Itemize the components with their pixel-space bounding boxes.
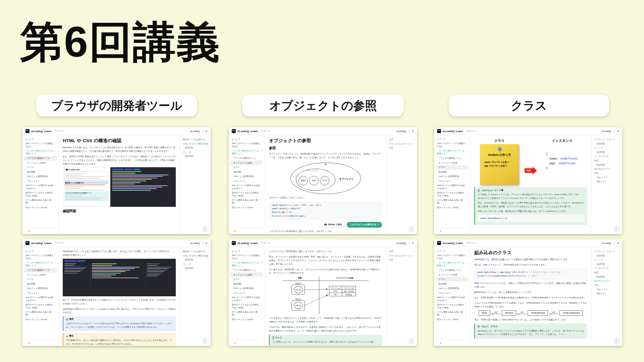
sidebar-item[interactable]: Web プログラミングの基礎を学ぼう› <box>436 253 468 261</box>
toc-item[interactable]: 組み込みのクラス <box>594 168 621 170</box>
sidebar-item[interactable]: 旧カリキュラム (2020)› <box>230 317 263 322</box>
sidebar-item[interactable]: 無名関数 <box>24 170 57 174</box>
sidebar-item[interactable]: Web サーバーが動作する仕組みを知ろう› <box>436 295 468 303</box>
toc-item[interactable]: 確認問題 <box>183 267 209 269</box>
nav-link-text[interactable]: テキスト <box>261 129 271 133</box>
sidebar-item[interactable]: CSS による配置(発展) <box>24 174 57 179</box>
sidebar-item[interactable]: Web サーバーが動作する仕組みを知ろう› <box>24 183 57 191</box>
sidebar-item[interactable]: ブラウザの開発者ツール <box>436 268 468 273</box>
sidebar-item[interactable]: ブラウザで動作するアプリを構築しよう› <box>436 148 468 156</box>
scroll-to-top-button[interactable]: › <box>614 338 620 343</box>
sidebar-collapse-button[interactable]: « <box>436 340 468 346</box>
sidebar-item[interactable]: プロジェクト <box>24 291 57 295</box>
header-site-link[interactable]: ut.code(); <box>396 242 407 244</box>
sidebar-item[interactable]: 旧カリキュラム (2020)› <box>24 205 57 210</box>
theme-toggle-icon[interactable]: ☀ <box>617 242 619 245</box>
sidebar-item[interactable]: チーム開発を始める前に(発展)› <box>24 198 57 205</box>
header-site-link[interactable]: ut.code(); <box>602 130 612 132</box>
sidebar-item[interactable]: Web プログラミングの基礎を学ぼう› <box>24 253 57 261</box>
sidebar-item[interactable]: 現代のアプリを支える技術を学ぼう(発展)› <box>24 191 57 198</box>
sidebar-item[interactable]: ブラウザで動作するアプリを構築しよう› <box>436 260 468 268</box>
sidebar-item[interactable]: CSS による配置(発展) <box>436 286 468 291</box>
sidebar-item[interactable]: クラス <box>436 277 468 282</box>
sidebar-item[interactable]: Web サーバーが動作する仕組みを知ろう› <box>230 183 263 191</box>
scroll-to-top-button[interactable]: › <box>409 338 414 343</box>
sidebar-item[interactable]: 現代のアプリを支える技術を学ぼう(発展)› <box>230 191 263 198</box>
sidebar-item[interactable]: 無名関数 <box>436 282 468 286</box>
toc-item[interactable]: 演習 <box>594 172 621 175</box>
sidebar-item[interactable]: Web プログラミングの基礎を学ぼう› <box>230 253 263 261</box>
header-site-link[interactable]: ut.code(); <box>602 242 612 244</box>
header-site-link[interactable]: ut.code(); <box>190 130 200 132</box>
toc-item[interactable]: クラスとインスタンス <box>594 250 621 253</box>
sidebar-item[interactable]: オブジェクトの参照 <box>230 161 263 165</box>
header-site-link[interactable]: ut.code(); <box>396 130 407 132</box>
sidebar-item[interactable]: CSS による配置(発展) <box>24 286 57 291</box>
sidebar-item[interactable]: クラス <box>24 277 57 282</box>
toc-item[interactable]: HTML や CSS の構造の確認 <box>183 254 209 257</box>
nav-link-text[interactable]: テキスト <box>466 129 476 133</box>
sidebar-item[interactable]: ブラウザで動作するアプリを構築しよう› <box>24 148 57 156</box>
sidebar-item[interactable]: ようこそ <box>436 249 468 253</box>
sidebar-item[interactable]: 旧カリキュラム (2020)› <box>436 317 468 322</box>
sidebar-item[interactable]: ようこそ <box>24 249 57 253</box>
toc-item[interactable]: 確認問題 <box>594 263 621 265</box>
sidebar-collapse-button[interactable]: « <box>230 228 263 234</box>
scroll-to-top-button[interactable]: › <box>409 226 414 231</box>
sidebar-item[interactable]: 無名関数 <box>436 170 468 174</box>
sidebar-item[interactable]: ブラウザの開発者ツール <box>24 268 57 273</box>
sidebar-collapse-button[interactable]: « <box>230 340 263 346</box>
toc-item[interactable]: 組み込みのクラス <box>594 280 621 282</box>
sidebar-item[interactable]: オブジェクトの参照 <box>230 273 263 277</box>
scroll-to-top-button[interactable]: › <box>202 338 208 343</box>
sidebar-item[interactable]: オブジェクトの参照 <box>24 273 57 277</box>
github-button[interactable]: GitHub で表示 <box>321 222 345 228</box>
sidebar-item[interactable]: 旧カリキュラム (2020)› <box>24 317 57 322</box>
toc-item[interactable]: ネストされたオブジェクト <box>389 254 415 257</box>
sidebar-item[interactable]: オブジェクトの参照 <box>436 273 468 277</box>
toc-item[interactable]: 図形クラス <box>594 292 621 295</box>
toc-item[interactable]: 継承 <box>594 159 621 162</box>
toc-item[interactable]: Date クラス <box>594 176 621 179</box>
sidebar-item[interactable]: 現代のアプリを支える技術を学ぼう(発展)› <box>436 191 468 198</box>
toc-item[interactable]: Date クラス <box>594 288 621 291</box>
nav-link-text[interactable]: テキスト <box>55 129 64 133</box>
sidebar-item[interactable]: クラス <box>436 165 468 170</box>
toc-item[interactable]: デバッガ <box>183 151 209 154</box>
toc-item[interactable]: 開発者ツールを起動する <box>183 250 209 253</box>
sidebar-item[interactable]: プロジェクト <box>230 291 263 295</box>
sidebar-item[interactable]: プロジェクト <box>230 179 263 183</box>
sidebar-item[interactable]: Web サーバーが動作する仕組みを知ろう› <box>230 295 263 303</box>
sidebar-collapse-button[interactable]: « <box>436 228 468 234</box>
sidebar-item[interactable]: Web プログラミングの基礎を学ぼう› <box>230 141 263 149</box>
toc-item[interactable]: 参照 <box>389 138 415 141</box>
sidebar-item[interactable]: クラス <box>24 165 57 170</box>
toc-item[interactable]: 図形クラス <box>594 180 621 183</box>
sidebar-collapse-button[interactable]: « <box>24 340 57 346</box>
sidebar-item[interactable]: 無名関数 <box>24 282 57 286</box>
toc-item[interactable]: メソッド <box>594 258 621 261</box>
toc-item[interactable]: 確認問題 <box>594 254 621 257</box>
sidebar-item[interactable]: チーム開発を始める前に(発展)› <box>230 198 263 205</box>
sidebar-item[interactable]: チーム開発を始める前に(発展)› <box>230 310 263 317</box>
theme-toggle-icon[interactable]: ☀ <box>205 242 208 245</box>
brand-title[interactable]: ut.code(); Learn <box>237 242 258 245</box>
sidebar-item[interactable]: プロジェクト <box>436 291 468 295</box>
brand-title[interactable]: ut.code(); Learn <box>237 130 258 133</box>
sidebar-item[interactable]: プロジェクト <box>24 179 57 183</box>
brand-title[interactable]: ut.code(); Learn <box>31 130 51 133</box>
brand-title[interactable]: ut.code(); Learn <box>443 242 463 245</box>
sidebar-item[interactable]: クラス <box>230 165 263 170</box>
sidebar-item[interactable]: プロジェクト <box>436 179 468 183</box>
sidebar-item[interactable]: Web サーバーが動作する仕組みを知ろう› <box>24 295 57 303</box>
sidebar-collapse-button[interactable]: « <box>24 228 57 234</box>
toc-item[interactable]: コンストラクタ <box>594 155 621 158</box>
theme-toggle-icon[interactable]: ☀ <box>412 130 414 133</box>
sidebar-item[interactable]: Web プログラミングの基礎を学ぼう› <box>24 141 57 149</box>
sidebar-item[interactable]: ようこそ <box>230 249 263 253</box>
toc-item[interactable]: メソッド <box>594 146 621 149</box>
toc-item[interactable]: 演習 <box>389 146 415 149</box>
theme-toggle-icon[interactable]: ☀ <box>412 242 414 245</box>
toc-item[interactable]: クラスとインスタンス <box>594 138 621 141</box>
sidebar-item[interactable]: 無名関数 <box>230 170 263 174</box>
